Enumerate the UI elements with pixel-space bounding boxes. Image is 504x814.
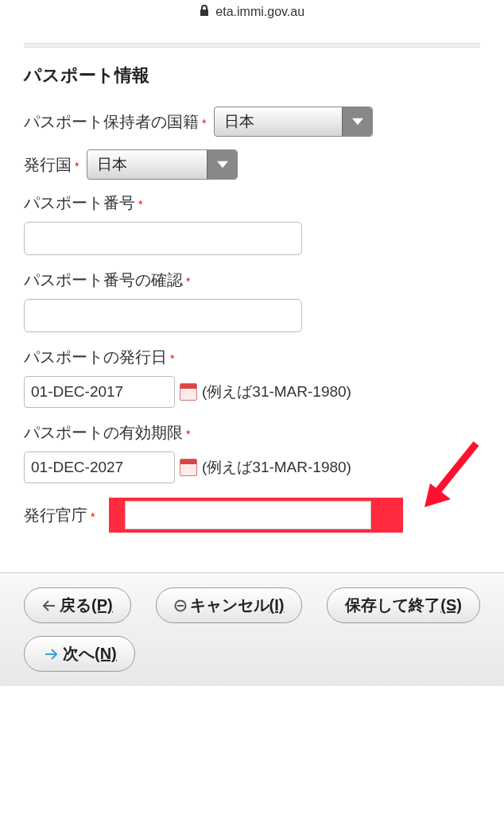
expiry-date-block: パスポートの有効期限* (例えば31-MAR-1980) xyxy=(24,422,480,483)
chevron-down-icon xyxy=(342,107,372,136)
expiry-date-label: パスポートの有効期限* xyxy=(24,422,190,444)
issue-date-input[interactable] xyxy=(24,376,175,408)
nationality-select[interactable]: 日本 xyxy=(214,107,373,137)
passport-number-input[interactable] xyxy=(24,222,302,255)
chevron-down-icon xyxy=(207,150,237,179)
expiry-date-input[interactable] xyxy=(24,452,175,483)
required-mark: * xyxy=(186,275,190,288)
issue-date-example: (例えば31-MAR-1980) xyxy=(202,382,351,402)
lock-icon xyxy=(200,5,209,18)
required-mark: * xyxy=(170,352,174,365)
cancel-button[interactable]: キャンセル(I) xyxy=(156,587,303,623)
required-mark: * xyxy=(138,198,142,211)
authority-row: 発行官庁 * xyxy=(24,498,480,533)
issuing-country-row: 発行国 * 日本 xyxy=(24,149,480,180)
authority-label: 発行官庁 * xyxy=(24,505,95,526)
back-button[interactable]: 戻る(P) xyxy=(24,587,131,623)
nationality-row: パスポート保持者の国籍 * 日本 xyxy=(24,107,480,137)
passport-number-block: パスポート番号 * xyxy=(24,192,480,255)
passport-number-confirm-label: パスポート番号の確認 * xyxy=(24,269,190,291)
section-title: パスポート情報 xyxy=(24,64,480,87)
passport-number-confirm-block: パスポート番号の確認 * xyxy=(24,269,480,332)
authority-highlight xyxy=(109,498,403,533)
arrow-left-icon xyxy=(42,599,56,612)
required-mark: * xyxy=(91,510,95,523)
required-mark: * xyxy=(75,160,79,172)
svg-marker-1 xyxy=(425,483,451,507)
authority-input[interactable] xyxy=(125,501,371,529)
url-bar: eta.immi.gov.au xyxy=(0,0,504,24)
save-exit-button[interactable]: 保存して終了(S) xyxy=(327,587,480,623)
button-bar: 戻る(P) キャンセル(I) 保存して終了(S) 次へ(N) xyxy=(0,572,504,686)
calendar-icon[interactable] xyxy=(180,459,197,476)
calendar-icon[interactable] xyxy=(180,383,197,401)
top-divider xyxy=(24,43,480,48)
issuing-country-select[interactable]: 日本 xyxy=(87,149,238,180)
arrow-right-icon xyxy=(44,648,58,661)
nationality-label: パスポート保持者の国籍 * xyxy=(24,111,206,133)
next-button[interactable]: 次へ(N) xyxy=(24,636,135,672)
required-mark: * xyxy=(186,428,190,440)
passport-number-label: パスポート番号 * xyxy=(24,192,142,214)
passport-number-confirm-input[interactable] xyxy=(24,299,302,332)
issue-date-block: パスポートの発行日* (例えば31-MAR-1980) xyxy=(24,347,480,408)
cancel-icon xyxy=(174,599,187,612)
issuing-country-label: 発行国 * xyxy=(24,154,79,176)
required-mark: * xyxy=(202,117,206,130)
url-text: eta.immi.gov.au xyxy=(215,5,304,18)
issue-date-label: パスポートの発行日* xyxy=(24,347,174,368)
expiry-date-example: (例えば31-MAR-1980) xyxy=(202,457,351,478)
